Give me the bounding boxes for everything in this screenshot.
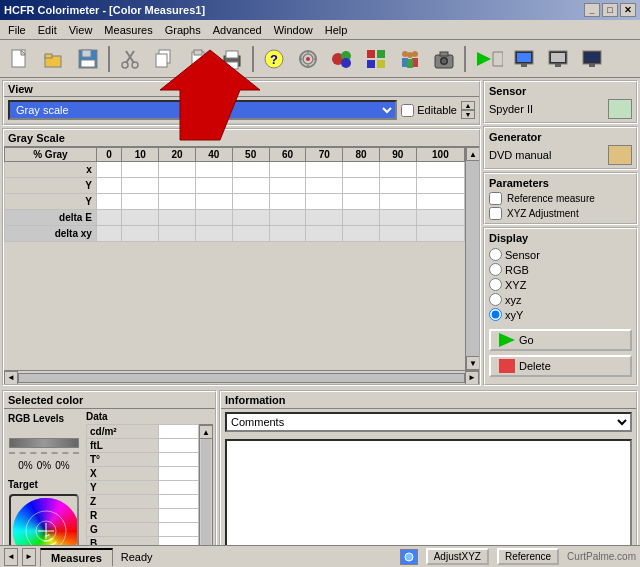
bottom-area: Selected color RGB Levels 0% 0% 0% Targe… <box>0 388 640 567</box>
people-button[interactable] <box>394 44 426 74</box>
delete-button[interactable]: Delete <box>489 355 632 377</box>
new-button[interactable] <box>4 44 36 74</box>
target-label: Target <box>8 479 38 490</box>
delete-label: Delete <box>519 360 551 372</box>
sensor-box: Sensor Spyder II <box>483 80 638 124</box>
xyz-adjust-checkbox[interactable] <box>489 207 502 220</box>
measures-tab[interactable]: Measures <box>40 548 113 566</box>
color-bar-area <box>9 438 79 454</box>
hscroll-track[interactable] <box>18 373 465 383</box>
editable-checkbox-label[interactable]: Editable <box>401 104 457 117</box>
col-20: 20 <box>159 148 196 162</box>
sensor-target-button[interactable] <box>292 44 324 74</box>
color-red-button[interactable] <box>326 44 358 74</box>
save-button[interactable] <box>72 44 104 74</box>
generator-box: Generator DVD manual <box>483 126 638 170</box>
view-section: View Gray scale Editable ▲ ▼ <box>2 80 481 126</box>
camera-button[interactable] <box>428 44 460 74</box>
spin-up-button[interactable]: ▲ <box>461 101 475 110</box>
color-pattern-button[interactable] <box>360 44 392 74</box>
scroll-track[interactable] <box>466 161 479 356</box>
generator-header: Generator <box>489 131 632 143</box>
editable-label: Editable <box>417 104 457 116</box>
ref-measure-checkbox[interactable] <box>489 192 502 205</box>
display-xyz2-radio[interactable] <box>489 293 502 306</box>
monitor-button-1[interactable] <box>508 44 540 74</box>
row-y1-label: Y <box>5 178 97 194</box>
data-scroll-up[interactable]: ▲ <box>199 425 213 439</box>
col-80: 80 <box>343 148 380 162</box>
dashed-line <box>9 452 79 454</box>
spin-down-button[interactable]: ▼ <box>461 110 475 119</box>
ref-measure-checkbox-label[interactable]: Reference measure <box>489 192 632 205</box>
menu-advanced[interactable]: Advanced <box>207 22 268 38</box>
display-sensor-radio[interactable] <box>489 248 502 261</box>
title-bar: HCFR Colorimeter - [Color Measures1] _ □… <box>0 0 640 20</box>
menu-measures[interactable]: Measures <box>98 22 158 38</box>
monitor-button-3[interactable] <box>576 44 608 74</box>
svg-rect-54 <box>589 64 595 67</box>
display-rgb-radio[interactable] <box>489 263 502 276</box>
display-radio-group: Sensor RGB XYZ xyz xyY <box>489 248 632 321</box>
view-dropdown-wrapper[interactable]: Gray scale <box>8 100 397 120</box>
info-dropdown[interactable]: Comments <box>225 412 632 432</box>
rgb-levels-label: RGB Levels <box>8 413 64 424</box>
data-table-row: R <box>87 509 199 523</box>
cut-button[interactable] <box>114 44 146 74</box>
reference-button[interactable]: Reference <box>497 548 559 565</box>
menu-file[interactable]: File <box>2 22 32 38</box>
display-xyz2-text: xyz <box>505 294 522 306</box>
svg-point-42 <box>442 58 447 63</box>
adjust-xyz-button[interactable]: AdjustXYZ <box>426 548 489 565</box>
scroll-down-button[interactable]: ▼ <box>466 356 479 370</box>
xyz-adjust-checkbox-label[interactable]: XYZ Adjustment <box>489 207 632 220</box>
display-xyy-label[interactable]: xyY <box>489 308 632 321</box>
display-xyz-radio[interactable] <box>489 278 502 291</box>
menu-window[interactable]: Window <box>268 22 319 38</box>
display-xyy-radio[interactable] <box>489 308 502 321</box>
gray-scale-section: Gray Scale % Gray 0 10 20 40 50 6 <box>2 128 481 386</box>
go-button[interactable]: Go <box>489 329 632 351</box>
svg-rect-43 <box>440 52 448 56</box>
scroll-up-button[interactable]: ▲ <box>466 147 479 161</box>
editable-checkbox[interactable] <box>401 104 414 117</box>
display-rgb-text: RGB <box>505 264 529 276</box>
tab-next-button[interactable]: ► <box>22 548 36 566</box>
menu-view[interactable]: View <box>63 22 99 38</box>
display-sensor-label[interactable]: Sensor <box>489 248 632 261</box>
svg-rect-14 <box>194 50 202 55</box>
help-button[interactable]: ? <box>258 44 290 74</box>
col-10: 10 <box>122 148 159 162</box>
maximize-button[interactable]: □ <box>602 3 618 17</box>
print-button[interactable] <box>216 44 248 74</box>
minimize-button[interactable]: _ <box>584 3 600 17</box>
display-xyz-label[interactable]: XYZ <box>489 278 632 291</box>
col-50: 50 <box>232 148 269 162</box>
play-button[interactable] <box>470 44 506 74</box>
display-header: Display <box>489 232 632 244</box>
col-pct-gray: % Gray <box>5 148 97 162</box>
row-y2-label: Y <box>5 194 97 210</box>
paste-button[interactable] <box>182 44 214 74</box>
hscroll-right-button[interactable]: ► <box>465 371 479 385</box>
view-dropdown[interactable]: Gray scale <box>8 100 397 120</box>
hscroll-left-button[interactable]: ◄ <box>4 371 18 385</box>
vertical-scrollbar: ▲ ▼ <box>465 147 479 370</box>
open-button[interactable] <box>38 44 70 74</box>
data-table-row: T° <box>87 453 199 467</box>
svg-rect-39 <box>407 59 413 68</box>
selected-color-header: Selected color <box>4 392 215 409</box>
monitor-button-2[interactable] <box>542 44 574 74</box>
tab-prev-button[interactable]: ◄ <box>4 548 18 566</box>
data-table-row: Z <box>87 495 199 509</box>
display-rgb-label[interactable]: RGB <box>489 263 632 276</box>
pct-b: 0% <box>55 460 69 471</box>
copy-button[interactable] <box>148 44 180 74</box>
close-button[interactable]: ✕ <box>620 3 636 17</box>
menu-help[interactable]: Help <box>319 22 354 38</box>
display-xyz2-label[interactable]: xyz <box>489 293 632 306</box>
status-center: Ready <box>113 551 400 563</box>
table-row: delta E <box>5 210 465 226</box>
menu-graphs[interactable]: Graphs <box>159 22 207 38</box>
menu-edit[interactable]: Edit <box>32 22 63 38</box>
